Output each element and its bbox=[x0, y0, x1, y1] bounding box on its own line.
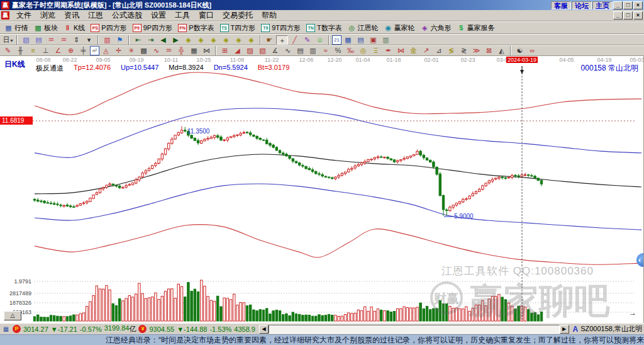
golden-circle-icon[interactable]: ◎ bbox=[357, 46, 369, 55]
save-icon[interactable]: ▣ bbox=[367, 35, 379, 45]
volume-pane-toggle-button[interactable]: △ bbox=[4, 311, 21, 320]
dense-grid-icon[interactable]: ▩ bbox=[138, 46, 150, 55]
scrollbar-track[interactable] bbox=[269, 325, 560, 334]
p-square-button[interactable]: PSP四方形 bbox=[88, 23, 129, 33]
menu-item-1[interactable]: 浏览 bbox=[36, 10, 60, 21]
gann-wheel-button[interactable]: ◎江恩轮 bbox=[345, 23, 381, 33]
permille-icon[interactable]: ‰ bbox=[345, 46, 357, 55]
row-grid-icon[interactable]: ▤ bbox=[294, 46, 306, 55]
axis-settings-icon[interactable]: ▥ bbox=[101, 35, 113, 45]
next-bar-icon[interactable]: ▶ bbox=[170, 35, 182, 45]
close-button[interactable]: × bbox=[633, 1, 643, 9]
support-line-icon[interactable]: ⊥ bbox=[40, 46, 52, 55]
p-number-table-button[interactable]: PNP数字表 bbox=[175, 23, 216, 33]
crosshair-icon[interactable]: ＋ bbox=[276, 35, 288, 45]
time-division-icon[interactable]: ╫ bbox=[14, 46, 26, 55]
trend-line-icon[interactable]: ╱ bbox=[289, 35, 301, 45]
target-icon[interactable]: ✛ bbox=[113, 46, 125, 55]
shanghai-index-icon[interactable]: P bbox=[13, 325, 21, 333]
acceleration-icon[interactable]: ≫ bbox=[470, 46, 482, 55]
crossed-box-icon[interactable]: ⊠ bbox=[483, 46, 495, 55]
maximize-button[interactable]: □ bbox=[623, 1, 633, 9]
scroll-left-button[interactable]: ◀ bbox=[259, 325, 269, 334]
indicator-up-icon[interactable]: ♒ bbox=[45, 35, 57, 45]
menu-item-3[interactable]: 江恩 bbox=[84, 10, 108, 21]
menu-item-6[interactable]: 工具 bbox=[170, 10, 194, 21]
first-bar-icon[interactable]: ⇤ bbox=[132, 35, 144, 45]
scroll-right-button[interactable]: ▶ bbox=[560, 325, 569, 334]
double-wave-icon[interactable]: ♒ bbox=[163, 46, 175, 55]
signal-flag-icon[interactable]: ⚑ bbox=[114, 35, 126, 45]
wave-tool-icon[interactable]: ∿ bbox=[150, 46, 162, 55]
calculator-icon[interactable]: ▦ bbox=[342, 35, 354, 45]
triangle-tool-icon[interactable]: ◬ bbox=[100, 46, 112, 55]
circle-cross-icon[interactable]: ⊕ bbox=[65, 46, 77, 55]
infinity-icon[interactable]: ∞ bbox=[526, 46, 538, 55]
menu-item-7[interactable]: 窗口 bbox=[194, 10, 218, 21]
info-panel-icon[interactable]: ▤ bbox=[33, 35, 45, 45]
market-quotes-button[interactable]: ▦行情 bbox=[2, 23, 31, 33]
menu-item-0[interactable]: 文件 bbox=[12, 10, 36, 21]
oscillation-icon[interactable]: ≶ bbox=[445, 46, 457, 55]
expand-vertical-icon[interactable]: ◈ bbox=[233, 35, 245, 45]
hourglass-icon[interactable]: ⋈ bbox=[201, 46, 213, 55]
angle-measure-icon[interactable]: ∡ bbox=[269, 46, 281, 55]
zoom-in-time-icon[interactable]: ◈ bbox=[195, 35, 207, 45]
homepage-link[interactable]: 主页 bbox=[592, 1, 613, 9]
smiley-icon[interactable]: ☺ bbox=[314, 35, 326, 45]
t-number-table-button[interactable]: TNT数字表 bbox=[304, 23, 345, 33]
winner-wheel-button[interactable]: ◉赢家轮 bbox=[382, 23, 418, 33]
t-square-button[interactable]: TST四方形 bbox=[218, 23, 258, 33]
notepad-icon[interactable]: ▤ bbox=[355, 35, 367, 45]
prev-bar-icon[interactable]: ◀ bbox=[157, 35, 169, 45]
column-grid-icon[interactable]: ▥ bbox=[307, 46, 319, 55]
period-selector[interactable]: 日▾ bbox=[2, 35, 14, 45]
menu-item-5[interactable]: 设置 bbox=[147, 10, 170, 21]
rise-line-icon[interactable]: ↗ bbox=[420, 46, 432, 55]
golden-box-icon[interactable]: 金 bbox=[408, 46, 419, 55]
kline-button[interactable]: ‖K线 bbox=[61, 23, 87, 33]
kline-chart-canvas[interactable]: 1.97912817489187832693916311.681911.3500… bbox=[0, 56, 644, 323]
zoom-out-time-icon[interactable]: ◈ bbox=[182, 35, 194, 45]
indicator-down-icon[interactable]: ♒ bbox=[58, 35, 70, 45]
shaded-box2-icon[interactable]: ▧ bbox=[257, 46, 269, 55]
hexagon-button[interactable]: ◈六角形 bbox=[418, 23, 454, 33]
calendar-icon[interactable]: 21 bbox=[332, 35, 341, 45]
9p-square-button[interactable]: P99P四方形 bbox=[130, 23, 175, 33]
chart-style-icon[interactable]: ▧ bbox=[20, 35, 32, 45]
compress-vertical-icon[interactable]: ◈ bbox=[245, 35, 257, 45]
fan-lines-icon[interactable]: ◢ bbox=[231, 46, 243, 55]
ink-pen-icon[interactable]: ✒ bbox=[382, 46, 394, 55]
half-triangle-icon[interactable]: ◭ bbox=[496, 46, 508, 55]
shenzhen-index-icon[interactable]: ¥ bbox=[138, 325, 147, 333]
star-burst-icon[interactable]: ✳ bbox=[125, 46, 137, 55]
shaded-box-icon[interactable]: ▨ bbox=[244, 46, 256, 55]
window-box-icon[interactable]: ⊞ bbox=[219, 46, 231, 55]
expand-horizontal-icon[interactable]: ◈ bbox=[208, 35, 219, 45]
percent-icon[interactable]: % bbox=[332, 46, 344, 55]
minimize-button[interactable]: _ bbox=[613, 1, 623, 9]
forum-link[interactable]: 论坛 bbox=[572, 1, 592, 9]
customer-service-link[interactable]: 客服 bbox=[551, 1, 571, 9]
golden-section-icon[interactable]: Ξ bbox=[370, 46, 382, 55]
menu-item-9[interactable]: 帮助 bbox=[257, 10, 281, 21]
gann-angle-icon[interactable]: ∠ bbox=[52, 46, 64, 55]
child-restore-button[interactable]: □ bbox=[623, 11, 633, 20]
chart-horizontal-scrollbar[interactable]: ◀ ▶ bbox=[259, 325, 569, 334]
last-bar-icon[interactable]: ⇥ bbox=[145, 35, 157, 45]
annotation-pen-icon[interactable]: ✎ bbox=[301, 35, 313, 45]
menu-item-8[interactable]: 交易委托 bbox=[218, 10, 257, 21]
winner-service-button[interactable]: $赢家服务 bbox=[455, 23, 497, 33]
red-grid-icon[interactable]: ╬ bbox=[175, 46, 187, 55]
child-minimize-button[interactable]: _ bbox=[613, 11, 623, 20]
scale-toggle-icon[interactable]: ⇕ bbox=[70, 35, 82, 45]
grid-cross-icon[interactable]: ╪ bbox=[77, 46, 89, 55]
compress-horizontal-icon[interactable]: ◈ bbox=[220, 35, 232, 45]
square-of-nine-icon[interactable]: n² bbox=[90, 46, 99, 55]
oscillation2-icon[interactable]: ≷ bbox=[458, 46, 470, 55]
zigzag-icon[interactable]: ∿ bbox=[282, 46, 294, 55]
draw-pen-icon[interactable]: ✎ bbox=[2, 46, 14, 55]
price-division-icon[interactable]: ≡ bbox=[27, 46, 39, 55]
scale-dropdown[interactable]: ▾ bbox=[83, 35, 95, 45]
parallel-waves-icon[interactable]: ≈ bbox=[319, 46, 331, 55]
